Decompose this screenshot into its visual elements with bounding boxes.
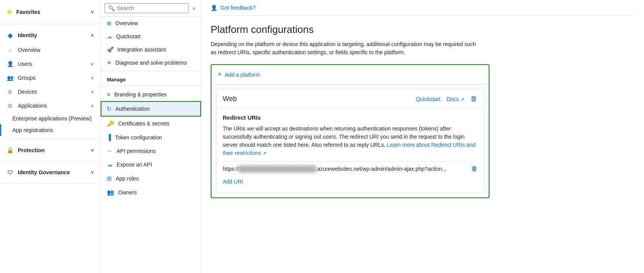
external-link-icon: ↗ xyxy=(460,97,464,102)
middle-nav: 🔍 « ⊞ Overview ☁ Quickstart 🚀 Integratio… xyxy=(101,0,201,273)
protection-icon: 🔒 xyxy=(6,146,14,154)
add-platform-label: Add a platform xyxy=(225,72,260,78)
manage-divider xyxy=(101,71,201,71)
applications-chevron: ∧ xyxy=(91,103,94,108)
sidebar-item-devices[interactable]: 🖥 Devices ∨ xyxy=(0,85,100,99)
favorites-header[interactable]: ★ Favorites ∨ xyxy=(0,3,100,21)
uri-blurred: ████████████████████ xyxy=(239,166,316,172)
feedback-bar[interactable]: 👤 Got feedback? xyxy=(211,0,635,16)
nav-overview-label: Overview xyxy=(115,20,138,26)
sidebar-item-enterprise-apps[interactable]: Enterprise applications (Preview) xyxy=(0,113,100,124)
applications-label: Applications xyxy=(18,103,87,109)
refresh-icon: ↻ xyxy=(106,105,112,112)
devices-icon: 🖥 xyxy=(6,88,14,96)
nav-item-branding[interactable]: ≡ Branding & properties xyxy=(101,88,201,101)
governance-header[interactable]: 🛡 Identity Governance ∨ xyxy=(0,165,100,180)
nav-item-overview[interactable]: ⊞ Overview xyxy=(101,17,201,30)
identity-chevron: ∧ xyxy=(91,33,94,38)
identity-label: Identity xyxy=(18,32,87,38)
nav-item-token[interactable]: ▐ Token configuration xyxy=(101,130,201,144)
wrench-icon: ✕ xyxy=(107,60,112,66)
governance-icon: 🛡 xyxy=(6,168,14,176)
add-uri-button[interactable]: Add URI xyxy=(223,176,243,187)
manage-label: Manage xyxy=(101,73,201,84)
quickstart-link[interactable]: Quickstart xyxy=(416,96,440,102)
nav-item-expose-api[interactable]: ☁ Expose an API xyxy=(101,158,201,172)
feedback-icon: 👤 xyxy=(211,5,217,11)
users-chevron: ∨ xyxy=(91,61,94,67)
nav-token-label: Token configuration xyxy=(115,134,162,141)
governance-section: 🛡 Identity Governance ∨ xyxy=(0,161,100,184)
sidebar-item-applications[interactable]: ⊞ Applications ∧ xyxy=(0,99,100,113)
enterprise-apps-label: Enterprise applications (Preview) xyxy=(12,115,94,122)
uri-row: https://████████████████████.azurewebsit… xyxy=(223,161,477,176)
sidebar-item-groups[interactable]: 👥 Groups ∨ xyxy=(0,71,100,85)
nav-owners-label: Owners xyxy=(118,189,137,196)
docs-link[interactable]: Docs ↗ xyxy=(447,96,464,102)
redirect-uri-desc: The URIs we will accept as destinations … xyxy=(223,125,477,157)
api-icon: ↔ xyxy=(107,148,113,154)
search-box[interactable]: 🔍 xyxy=(105,3,189,13)
approles-icon: ⊞ xyxy=(107,175,112,182)
nav-item-owners[interactable]: 👥 Owners xyxy=(101,185,201,199)
feedback-label: Got feedback? xyxy=(220,5,256,11)
governance-label: Identity Governance xyxy=(18,169,87,175)
identity-section: ◆ Identity ∧ ○ Overview 👤 Users ∨ 👥 Grou… xyxy=(0,24,100,139)
app-registrations-label: App registrations xyxy=(12,127,94,133)
brush-icon: ≡ xyxy=(107,91,110,98)
favorites-chevron: ∨ xyxy=(91,9,94,15)
sidebar-item-app-registrations[interactable]: App registrations xyxy=(0,124,100,136)
nav-branding-label: Branding & properties xyxy=(114,91,167,98)
star-icon: ★ xyxy=(6,8,12,16)
groups-label: Groups xyxy=(18,75,87,81)
nav-item-certificates[interactable]: 🔑 Certificates & secrets xyxy=(101,117,201,130)
search-row: 🔍 « xyxy=(101,0,201,17)
search-icon: 🔍 xyxy=(108,5,115,11)
uri-delete-button[interactable]: 🗑 xyxy=(471,165,477,172)
nav-approles-label: App roles xyxy=(116,175,139,182)
users-label: Users xyxy=(18,61,87,67)
web-card-title: Web xyxy=(223,95,413,103)
web-card-delete-button[interactable]: 🗑 xyxy=(471,95,477,103)
uri-prefix: https:// xyxy=(223,166,239,172)
nav-expose-label: Expose an API xyxy=(117,161,152,168)
uri-suffix: .azurewebsites.net/wp-admin/admin-ajax.p… xyxy=(316,166,447,172)
nav-item-app-roles[interactable]: ⊞ App roles xyxy=(101,172,201,185)
owners-icon: 👥 xyxy=(107,189,114,196)
rocket-icon: 🚀 xyxy=(107,46,113,53)
search-input[interactable] xyxy=(117,5,185,11)
plus-icon: + xyxy=(218,70,222,79)
cloud-icon: ☁ xyxy=(107,33,112,39)
nav-item-quickstart[interactable]: ☁ Quickstart xyxy=(101,30,201,43)
identity-header[interactable]: ◆ Identity ∧ xyxy=(0,27,100,43)
platform-card-web: Web Quickstart Docs ↗ 🗑 Redirect URIs Th… xyxy=(216,89,484,193)
nav-authentication-label: Authentication xyxy=(115,106,150,112)
nav-item-integration[interactable]: 🚀 Integration assistant xyxy=(101,43,201,56)
collapse-button[interactable]: « xyxy=(191,3,197,13)
key-icon: 🔑 xyxy=(107,120,114,127)
learn-more-ext-icon: ↗ xyxy=(263,151,266,156)
nav-certificates-label: Certificates & secrets xyxy=(118,120,169,127)
nav-item-api-permissions[interactable]: ↔ API permissions xyxy=(101,144,201,158)
applications-icon: ⊞ xyxy=(6,102,14,110)
platform-card-actions: Quickstart Docs ↗ 🗑 xyxy=(416,95,477,103)
main-content: 👤 Got feedback? Platform configurations … xyxy=(201,0,644,273)
devices-chevron: ∨ xyxy=(91,89,94,94)
add-platform-button[interactable]: + Add a platform xyxy=(211,65,489,84)
protection-section: 🔒 Protection ∨ xyxy=(0,139,100,161)
protection-header[interactable]: 🔒 Protection ∨ xyxy=(0,143,100,158)
identity-icon: ◆ xyxy=(6,31,14,39)
docs-label: Docs xyxy=(447,96,459,102)
sidebar-item-overview[interactable]: ○ Overview xyxy=(0,43,100,57)
nav-item-diagnose[interactable]: ✕ Diagnose and solve problems xyxy=(101,56,201,69)
bar-icon: ▐ xyxy=(107,134,111,141)
users-icon: 👤 xyxy=(6,60,14,68)
sidebar-item-users[interactable]: 👤 Users ∨ xyxy=(0,57,100,71)
favorites-label: Favorites xyxy=(16,9,87,15)
expose-icon: ☁ xyxy=(107,161,113,168)
nav-quickstart-label: Quickstart xyxy=(116,33,141,39)
devices-label: Devices xyxy=(18,89,87,95)
redirect-uri-title: Redirect URIs xyxy=(223,114,477,121)
left-sidebar: ★ Favorites ∨ ◆ Identity ∧ ○ Overview 👤 … xyxy=(0,0,101,273)
nav-item-authentication[interactable]: ↻ Authentication xyxy=(101,101,201,117)
